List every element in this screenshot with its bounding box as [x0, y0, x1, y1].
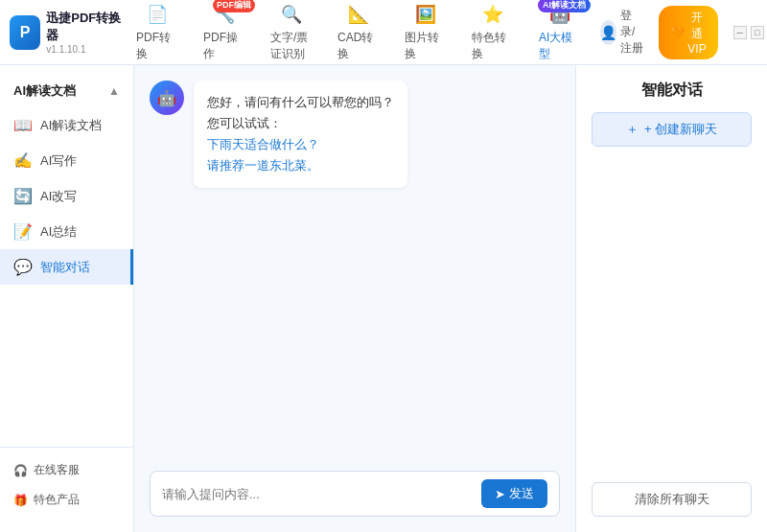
sidebar-label-ai-read: AI解读文档 [40, 117, 102, 134]
nav-item-ai[interactable]: AI解读文档 🤖 AI大模型 [527, 0, 593, 68]
welcome-line2: 您可以试试： [207, 113, 394, 134]
sidebar-section-header: AI解读文档 ▲ [0, 75, 133, 107]
welcome-line1: 您好，请问有什么可以帮您的吗？ [207, 92, 394, 113]
clear-chat-button[interactable]: 清除所有聊天 [592, 482, 752, 517]
logo-area: P 迅捷PDF转换器 v1.1.10.1 [10, 10, 125, 55]
app-version: v1.1.10.1 [46, 44, 125, 55]
welcome-bubble: 您好，请问有什么可以帮您的吗？ 您可以试试： 下雨天适合做什么？ 请推荐一道东北… [194, 81, 407, 188]
new-chat-label: + 创建新聊天 [644, 121, 717, 138]
nav-label-image: 图片转换 [405, 30, 447, 62]
sidebar-item-special-product[interactable]: 🎁 特色产品 [0, 485, 133, 515]
suggestion-1[interactable]: 下雨天适合做什么？ [207, 134, 394, 155]
send-label: 发送 [509, 485, 534, 502]
sidebar-item-ai-summary[interactable]: 📝 AI总结 [0, 214, 133, 249]
image-icon: 🖼️ [413, 2, 438, 27]
nav-item-pdf-convert[interactable]: 📄 PDF转换 [125, 0, 190, 68]
sidebar-item-online-service[interactable]: 🎧 在线客服 [0, 455, 133, 485]
special-product-icon: 🎁 [13, 494, 28, 507]
avatar: 👤 [600, 20, 616, 45]
minimize-button[interactable]: ─ [733, 26, 747, 39]
nav-item-ocr[interactable]: 🔍 文字/票证识别 [259, 0, 324, 68]
clear-label: 清除所有聊天 [635, 492, 709, 506]
send-arrow-icon: ➤ [495, 487, 505, 501]
sidebar-item-ai-write[interactable]: ✍️ AI写作 [0, 143, 133, 178]
login-label: 登录/注册 [620, 8, 643, 57]
new-chat-button[interactable]: ＋ + 创建新聊天 [592, 112, 752, 147]
sidebar-bottom: 🎧 在线客服 🎁 特色产品 [0, 447, 133, 522]
sidebar-label-ai-rewrite: AI改写 [40, 188, 77, 205]
titlebar: P 迅捷PDF转换器 v1.1.10.1 📄 PDF转换 PDF编辑 🔧 PDF… [0, 0, 767, 65]
special-product-label: 特色产品 [34, 492, 80, 508]
online-service-icon: 🎧 [13, 464, 28, 477]
vip-button[interactable]: 🧡 开通VIP [659, 6, 717, 59]
chat-area: 🤖 您好，请问有什么可以帮您的吗？ 您可以试试： 下雨天适合做什么？ 请推荐一道… [134, 65, 575, 532]
nav-item-image[interactable]: 🖼️ 图片转换 [393, 0, 458, 68]
vip-label: 开通VIP [687, 10, 706, 56]
ai-avatar: 🤖 [150, 81, 184, 115]
window-controls: ─ □ ✕ [733, 26, 767, 39]
send-button[interactable]: ➤ 发送 [481, 479, 547, 508]
nav-label-pdf-convert: PDF转换 [136, 30, 178, 62]
sidebar: AI解读文档 ▲ 📖 AI解读文档 ✍️ AI写作 🔄 AI改写 📝 AI总结 … [0, 65, 134, 532]
nav-item-cad[interactable]: 📐 CAD转换 [326, 0, 391, 68]
app-title: 迅捷PDF转换器 [46, 10, 125, 44]
ai-chat-icon: 💬 [13, 258, 33, 276]
ai-rewrite-icon: 🔄 [13, 187, 33, 205]
ai-summary-icon: 📝 [13, 222, 33, 241]
nav-label-pdf-ops: PDF操作 [203, 30, 245, 62]
sidebar-label-ai-summary: AI总结 [40, 223, 77, 241]
nav-label-special: 特色转换 [472, 30, 514, 62]
maximize-button[interactable]: □ [751, 26, 764, 39]
chat-messages: 🤖 您好，请问有什么可以帮您的吗？ 您可以试试： 下雨天适合做什么？ 请推荐一道… [150, 81, 560, 463]
chat-input[interactable] [162, 487, 474, 501]
vip-heart-icon: 🧡 [670, 26, 685, 39]
nav-label-ai: AI大模型 [539, 30, 581, 62]
online-service-label: 在线客服 [34, 462, 80, 478]
sidebar-item-ai-read[interactable]: 📖 AI解读文档 [0, 107, 133, 143]
cad-icon: 📐 [346, 2, 371, 27]
nav-item-pdf-ops[interactable]: PDF编辑 🔧 PDF操作 [192, 0, 257, 68]
sidebar-label-ai-chat: 智能对话 [40, 259, 90, 276]
main-layout: AI解读文档 ▲ 📖 AI解读文档 ✍️ AI写作 🔄 AI改写 📝 AI总结 … [0, 65, 767, 532]
header-right: 👤 登录/注册 🧡 开通VIP ─ □ ✕ [593, 4, 767, 60]
pdf-convert-icon: 📄 [145, 2, 170, 27]
suggestion-2[interactable]: 请推荐一道东北菜。 [207, 155, 394, 176]
sidebar-item-ai-rewrite[interactable]: 🔄 AI改写 [0, 178, 133, 214]
ocr-icon: 🔍 [279, 2, 304, 27]
ai-write-icon: ✍️ [13, 151, 33, 170]
chat-input-area: ➤ 发送 [150, 471, 560, 517]
pdf-ops-badge: PDF编辑 [213, 0, 255, 12]
sidebar-section-label: AI解读文档 [13, 82, 76, 100]
welcome-message: 🤖 您好，请问有什么可以帮您的吗？ 您可以试试： 下雨天适合做什么？ 请推荐一道… [150, 81, 560, 188]
login-button[interactable]: 👤 登录/注册 [593, 4, 651, 60]
sidebar-label-ai-write: AI写作 [40, 152, 77, 170]
sidebar-item-ai-chat[interactable]: 💬 智能对话 [0, 249, 133, 285]
nav-label-ocr: 文字/票证识别 [270, 30, 313, 62]
nav-item-special[interactable]: ⭐ 特色转换 [460, 0, 525, 68]
nav-items: 📄 PDF转换 PDF编辑 🔧 PDF操作 🔍 文字/票证识别 📐 CAD转换 … [125, 0, 593, 68]
new-chat-plus-icon: ＋ [626, 121, 639, 138]
ai-badge: AI解读文档 [538, 0, 591, 12]
sidebar-collapse-icon[interactable]: ▲ [108, 84, 120, 98]
nav-label-cad: CAD转换 [337, 30, 380, 62]
app-logo-icon: P [10, 15, 40, 50]
right-panel: 智能对话 ＋ + 创建新聊天 清除所有聊天 [575, 65, 767, 532]
panel-title: 智能对话 [592, 81, 752, 101]
special-icon: ⭐ [480, 2, 505, 27]
ai-read-icon: 📖 [13, 116, 33, 134]
